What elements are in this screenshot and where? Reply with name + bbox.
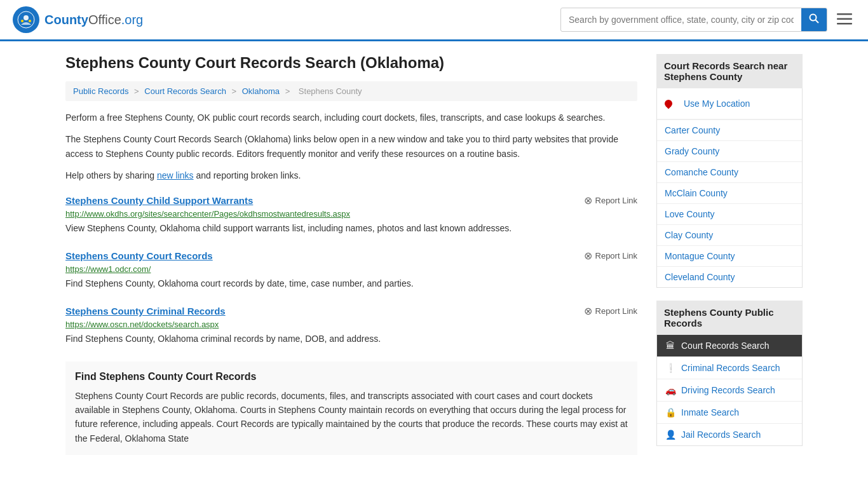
- record-desc-1: Find Stephens County, Oklahoma court rec…: [65, 277, 637, 290]
- unlink-icon-2: ⊗: [584, 305, 592, 317]
- breadcrumb: Public Records > Court Records Search > …: [65, 81, 637, 101]
- record-block-1: Stephens County Court Records ⊗ Report L…: [65, 250, 637, 294]
- description-2: The Stephens County Court Records Search…: [65, 132, 637, 161]
- sidebar-use-location-item: Use My Location: [657, 88, 802, 120]
- search-input[interactable]: [561, 10, 801, 30]
- driving-records-icon: 🚗: [665, 385, 676, 395]
- sidebar-item-cleveland: Cleveland County: [657, 267, 802, 287]
- report-link-0[interactable]: ⊗ Report Link: [584, 194, 637, 207]
- sidebar-link-clay[interactable]: Clay County: [657, 225, 802, 245]
- breadcrumb-court-records[interactable]: Court Records Search: [144, 86, 226, 96]
- logo-icon: [13, 6, 39, 33]
- sidebar-pr-jail-link[interactable]: 👤 Jail Records Search: [657, 424, 802, 445]
- sidebar-item-grady: Grady County: [657, 141, 802, 162]
- content-area: Stephens County Court Records Search (Ok…: [65, 54, 637, 459]
- sidebar-pr-driving: 🚗 Driving Records Search: [657, 379, 802, 402]
- breadcrumb-sep-2: >: [232, 86, 237, 96]
- record-block-0: Stephens County Child Support Warrants ⊗…: [65, 194, 637, 238]
- new-links-link[interactable]: new links: [157, 170, 194, 180]
- svg-line-5: [816, 20, 819, 24]
- search-button[interactable]: [801, 8, 827, 31]
- record-title-1[interactable]: Stephens County Court Records: [65, 250, 213, 261]
- sidebar-public-records-list: 🏛 Court Records Search ❕ Criminal Record…: [656, 335, 803, 446]
- report-link-2[interactable]: ⊗ Report Link: [584, 305, 637, 317]
- record-title-2[interactable]: Stephens County Criminal Records: [65, 306, 226, 316]
- sidebar-item-montague: Montague County: [657, 246, 802, 267]
- sidebar-pr-jail: 👤 Jail Records Search: [657, 424, 802, 445]
- record-url-1[interactable]: https://www1.odcr.com/: [65, 264, 637, 274]
- sidebar-pr-criminal: ❕ Criminal Records Search: [657, 357, 802, 379]
- menu-button[interactable]: [834, 8, 855, 32]
- search-bar: [560, 8, 827, 32]
- sidebar-pr-inmate: 🔒 Inmate Search: [657, 402, 802, 424]
- record-title-0[interactable]: Stephens County Child Support Warrants: [65, 195, 253, 206]
- location-pin-icon: [663, 98, 674, 109]
- svg-point-1: [24, 15, 29, 20]
- sidebar-link-love[interactable]: Love County: [657, 204, 802, 224]
- sidebar-pr-criminal-label: Criminal Records Search: [681, 363, 780, 373]
- header-right: [560, 8, 855, 32]
- record-desc-2: Find Stephens County, Oklahoma criminal …: [65, 332, 637, 346]
- sidebar-item-carter: Carter County: [657, 120, 802, 141]
- sidebar-item-clay: Clay County: [657, 225, 802, 246]
- breadcrumb-sep-3: >: [285, 86, 290, 96]
- sidebar-pr-driving-label: Driving Records Search: [681, 385, 775, 395]
- sidebar-pr-court-records: 🏛 Court Records Search: [657, 335, 802, 357]
- main-container: Stephens County Court Records Search (Ok…: [53, 41, 815, 471]
- find-section: Find Stephens County Court Records Steph…: [65, 362, 637, 456]
- sidebar-item-love: Love County: [657, 204, 802, 225]
- inmate-search-icon: 🔒: [665, 407, 676, 417]
- sidebar-link-carter[interactable]: Carter County: [657, 120, 802, 140]
- record-desc-0: View Stephens County, Oklahoma child sup…: [65, 222, 637, 235]
- sidebar-pr-inmate-link[interactable]: 🔒 Inmate Search: [657, 402, 802, 423]
- sidebar-link-mcclain[interactable]: McClain County: [657, 183, 802, 203]
- page-title: Stephens County Court Records Search (Ok…: [65, 54, 637, 72]
- svg-point-3: [29, 20, 31, 22]
- sidebar: Court Records Search near Stephens Count…: [656, 54, 803, 459]
- svg-point-4: [810, 15, 817, 21]
- logo-area: CountyOffice.org: [13, 6, 143, 33]
- report-link-1[interactable]: ⊗ Report Link: [584, 250, 637, 262]
- sidebar-link-comanche[interactable]: Comanche County: [657, 162, 802, 182]
- find-section-text: Stephens County Court Records are public…: [75, 389, 628, 446]
- logo-text: CountyOffice.org: [44, 13, 143, 27]
- description-1: Perform a free Stephens County, OK publi…: [65, 111, 637, 125]
- breadcrumb-oklahoma[interactable]: Oklahoma: [242, 86, 280, 96]
- sidebar-public-records-section: Stephens County Public Records 🏛 Court R…: [656, 301, 803, 446]
- sidebar-link-montague[interactable]: Montague County: [657, 246, 802, 266]
- criminal-records-icon: ❕: [665, 363, 676, 373]
- sidebar-pr-jail-label: Jail Records Search: [681, 430, 761, 440]
- use-location-link[interactable]: Use My Location: [676, 93, 757, 114]
- sidebar-link-cleveland[interactable]: Cleveland County: [657, 267, 802, 287]
- sidebar-item-comanche: Comanche County: [657, 162, 802, 183]
- record-block-2: Stephens County Criminal Records ⊗ Repor…: [65, 305, 637, 349]
- record-url-2[interactable]: https://www.oscn.net/dockets/search.aspx: [65, 320, 637, 329]
- sidebar-pr-court-label: Court Records Search: [681, 341, 770, 351]
- description-3: Help others by sharing new links and rep…: [65, 168, 637, 182]
- sidebar-pr-court-link[interactable]: 🏛 Court Records Search: [657, 335, 802, 356]
- sidebar-nearby-header: Court Records Search near Stephens Count…: [656, 54, 803, 88]
- breadcrumb-current: Stephens County: [299, 86, 362, 96]
- find-section-title: Find Stephens County Court Records: [75, 371, 628, 383]
- jail-records-icon: 👤: [665, 430, 676, 440]
- site-header: CountyOffice.org: [0, 0, 868, 41]
- court-records-icon: 🏛: [665, 341, 676, 351]
- breadcrumb-public-records[interactable]: Public Records: [73, 86, 128, 96]
- sidebar-pr-driving-link[interactable]: 🚗 Driving Records Search: [657, 379, 802, 401]
- svg-rect-7: [837, 18, 852, 20]
- svg-rect-8: [837, 23, 852, 25]
- sidebar-public-records-header: Stephens County Public Records: [656, 301, 803, 335]
- svg-point-2: [21, 20, 24, 22]
- sidebar-nearby-list: Use My Location Carter County Grady Coun…: [656, 88, 803, 288]
- sidebar-nearby-section: Court Records Search near Stephens Count…: [656, 54, 803, 288]
- unlink-icon-0: ⊗: [584, 194, 592, 207]
- breadcrumb-sep-1: >: [134, 86, 139, 96]
- svg-rect-6: [837, 13, 852, 15]
- record-url-0[interactable]: http://www.okdhs.org/sites/searchcenter/…: [65, 209, 637, 219]
- sidebar-pr-inmate-label: Inmate Search: [681, 407, 739, 417]
- unlink-icon-1: ⊗: [584, 250, 592, 262]
- sidebar-pr-criminal-link[interactable]: ❕ Criminal Records Search: [657, 357, 802, 379]
- record-links-list: Stephens County Child Support Warrants ⊗…: [65, 194, 637, 349]
- sidebar-link-grady[interactable]: Grady County: [657, 141, 802, 161]
- sidebar-item-mcclain: McClain County: [657, 183, 802, 204]
